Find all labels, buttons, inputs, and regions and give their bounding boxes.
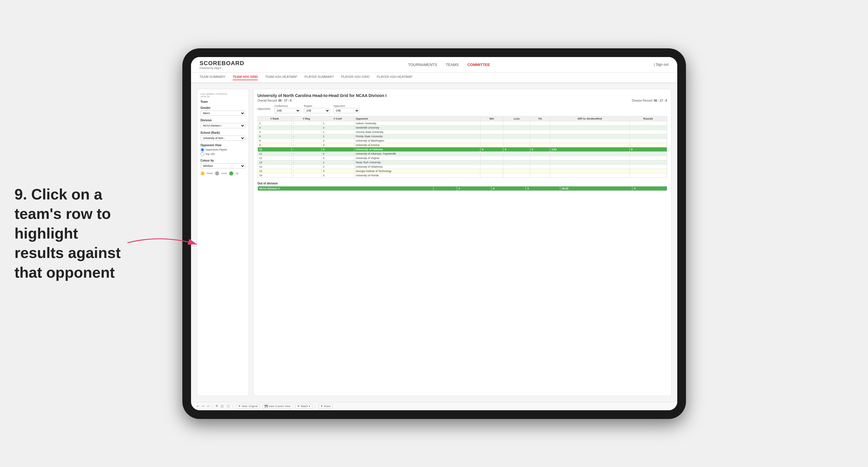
- view-original-btn[interactable]: 👁 View: Original: [236, 404, 259, 409]
- sub-nav-player-summary[interactable]: PLAYER SUMMARY: [305, 75, 334, 80]
- watch-btn[interactable]: 👁 Watch ▾: [295, 404, 312, 409]
- team-section: Team: [200, 100, 245, 104]
- data-cell: [530, 138, 550, 143]
- table-row[interactable]: 3-2Vanderbilt University: [257, 125, 667, 130]
- data-cell: 15: [257, 169, 291, 173]
- table-row[interactable]: 13-1Texas Tech University: [257, 160, 667, 165]
- clock-icon[interactable]: 🕐: [227, 405, 230, 408]
- data-cell: [503, 138, 530, 143]
- paste-icon[interactable]: 📋: [221, 405, 224, 408]
- data-cell: [480, 138, 503, 143]
- data-cell: [480, 173, 503, 177]
- save-custom-view-btn[interactable]: 💾 Save Custom View: [262, 404, 292, 409]
- data-cell: [550, 165, 629, 169]
- table-row[interactable]: 14-2University of Oklahoma: [257, 165, 667, 169]
- data-cell: [550, 169, 629, 173]
- opponent-name-cell: Florida State University: [354, 134, 480, 138]
- out-div-name: NCAA Division II: [257, 186, 433, 191]
- data-cell: [629, 151, 667, 156]
- nav-item-committee[interactable]: COMMITTEE: [467, 62, 490, 67]
- data-cell: [480, 121, 503, 125]
- h2h-table: # Rank # Reg # Conf Opponent Win Loss Ti…: [257, 116, 667, 178]
- sub-nav-team-summary[interactable]: TEAM SUMMARY: [200, 75, 226, 80]
- undo-icon[interactable]: ↩: [197, 405, 199, 408]
- table-row[interactable]: 12-3University of Virginia: [257, 156, 667, 160]
- data-cell: [550, 134, 629, 138]
- sign-out-link[interactable]: | Sign out: [654, 62, 668, 66]
- share-btn[interactable]: ⬆ Share: [319, 404, 333, 409]
- data-cell: [550, 125, 629, 130]
- data-cell: -: [291, 151, 321, 156]
- table-row[interactable]: 15-4Georgia Institute of Technology: [257, 169, 667, 173]
- table-row[interactable]: 11-6University of Arkansas, Fayetteville: [257, 151, 667, 156]
- table-row[interactable]: 8-2University of Washington: [257, 138, 667, 143]
- color-legend: Down Level Up: [200, 171, 245, 175]
- data-cell: 6: [257, 134, 291, 138]
- out-div-loss: 0: [492, 186, 526, 191]
- record-row: Overall Record: 89 - 17 - 0 Division Rec…: [257, 99, 667, 102]
- table-row[interactable]: 11-5University of Alabama3002.618: [257, 147, 667, 151]
- table-row[interactable]: 9-3University of Arizona: [257, 143, 667, 147]
- data-cell: 9: [257, 143, 291, 147]
- radio-top100-input[interactable]: [200, 152, 204, 156]
- gender-select[interactable]: Men's: [200, 111, 245, 116]
- out-div-row[interactable]: NCAA Division II 1 0 0 26.00 3: [257, 186, 667, 191]
- division-section: Division NCAA Division I: [200, 119, 245, 128]
- data-cell: [550, 151, 629, 156]
- data-cell: 8: [629, 147, 667, 151]
- data-cell: 3: [257, 125, 291, 130]
- data-cell: 1: [321, 121, 354, 125]
- opponent-name-cell: Arizona State University: [354, 130, 480, 134]
- sub-nav-team-h2h-grid[interactable]: TEAM H2H GRID: [233, 75, 258, 80]
- conference-label: Conference: [274, 105, 301, 108]
- data-cell: -: [291, 156, 321, 160]
- region-label: Region: [304, 105, 330, 108]
- timestamp: Last Updated: 27/03/2024 16:55:38: [200, 93, 245, 98]
- data-cell: [503, 134, 530, 138]
- data-cell: 8: [257, 138, 291, 143]
- data-cell: [629, 134, 667, 138]
- logo-subtitle: Powered by clipp'd: [200, 66, 244, 69]
- opponents-label: Opponents:: [257, 108, 271, 110]
- data-cell: [550, 130, 629, 134]
- opponent-name-cell: University of Florida: [354, 173, 480, 177]
- colour-by-select[interactable]: Win/loss: [200, 163, 245, 169]
- level-dot: [215, 171, 219, 175]
- table-row[interactable]: 16-3University of Florida: [257, 173, 667, 177]
- table-row[interactable]: 6-2Florida State University: [257, 134, 667, 138]
- nav-item-tournaments[interactable]: TOURNAMENTS: [408, 62, 437, 67]
- gender-label: Gender: [200, 106, 245, 110]
- opponent-name-cell: Texas Tech University: [354, 160, 480, 165]
- undo2-icon[interactable]: ↩: [207, 405, 210, 408]
- data-cell: [550, 160, 629, 165]
- data-cell: 4: [257, 130, 291, 134]
- data-cell: 13: [257, 160, 291, 165]
- data-cell: [503, 173, 530, 177]
- copy-icon[interactable]: ⧉: [216, 405, 218, 408]
- school-select[interactable]: University of Nort...: [200, 136, 245, 141]
- opponent-name-cell: Georgia Institute of Technology: [354, 169, 480, 173]
- opponent-select[interactable]: (All): [334, 108, 360, 113]
- radio-opponents-played-input[interactable]: [200, 148, 204, 152]
- school-label: School (Rank): [200, 131, 245, 134]
- th-reg: # Reg: [291, 116, 321, 121]
- sub-nav-player-h2h-grid[interactable]: PLAYER H2H GRID: [341, 75, 370, 80]
- data-cell: [550, 143, 629, 147]
- conference-select[interactable]: (All): [274, 108, 301, 113]
- opponent-name-cell: University of Virginia: [354, 156, 480, 160]
- conference-filter: Conference (All): [274, 105, 301, 113]
- division-select[interactable]: NCAA Division I: [200, 123, 245, 128]
- region-select[interactable]: (All): [304, 108, 330, 113]
- nav-item-teams[interactable]: TEAMS: [446, 62, 459, 67]
- data-cell: [629, 156, 667, 160]
- data-cell: [480, 156, 503, 160]
- sub-nav-player-h2h-heatmap[interactable]: PLAYER H2H HEATMAP: [377, 75, 412, 80]
- table-row[interactable]: 4-1Arizona State University: [257, 130, 667, 134]
- data-cell: [530, 173, 550, 177]
- data-cell: 11: [257, 151, 291, 156]
- up-dot: [229, 171, 233, 175]
- sub-nav-team-h2h-heatmap[interactable]: TEAM H2H HEATMAP: [265, 75, 297, 80]
- top-nav: SCOREBOARD Powered by clipp'd TOURNAMENT…: [191, 57, 677, 73]
- table-row[interactable]: 2-1Auburn University: [257, 121, 667, 125]
- redo-icon[interactable]: ↪: [202, 405, 204, 408]
